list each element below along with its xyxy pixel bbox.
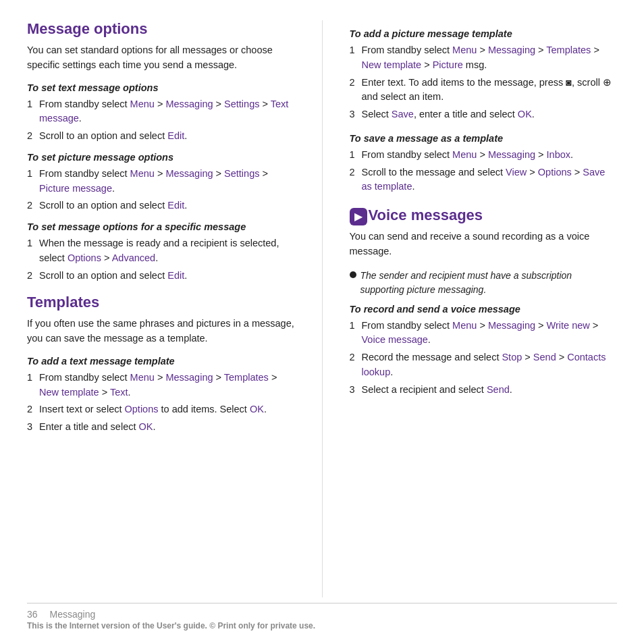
templates-intro: If you often use the same phrases and pi… (27, 317, 295, 346)
add-picture-heading: To add a picture message template (350, 28, 618, 39)
voice-messages-header: ▶ Voice messages (350, 207, 618, 225)
list-item: 1 From standby select Menu > Messaging >… (350, 319, 618, 348)
contacts-lookup-link[interactable]: Contacts lookup (362, 352, 606, 377)
text-options-heading: To set text message options (27, 82, 295, 93)
voice-message-link[interactable]: Voice message (362, 334, 428, 345)
page: Message options You can set standard opt… (0, 0, 644, 644)
list-item: 2 Enter text. To add items to the messag… (350, 76, 618, 105)
options-link[interactable]: Options (125, 404, 159, 414)
message-options-title: Message options (27, 20, 295, 38)
text-link[interactable]: Text (110, 387, 128, 398)
write-new-link[interactable]: Write new (547, 320, 590, 331)
templates-title: Templates (27, 294, 295, 311)
content-columns: Message options You can set standard opt… (27, 20, 617, 597)
new-template-link[interactable]: New template (362, 59, 422, 70)
inbox-link[interactable]: Inbox (547, 149, 570, 160)
list-item: 3 Enter a title and select OK. (27, 420, 295, 435)
right-column: To add a picture message template 1 From… (350, 20, 618, 597)
list-item: 2 Scroll to an option and select Edit. (27, 129, 295, 144)
settings-link[interactable]: Settings (224, 99, 259, 109)
specific-options-heading: To set message options for a specific me… (27, 221, 295, 232)
list-item: 1 From standby select Menu > Messaging >… (350, 148, 618, 163)
voice-icon: ▶ (350, 208, 369, 225)
menu-link[interactable]: Menu (130, 372, 155, 383)
notice-text: The sender and recipient must have a sub… (360, 269, 618, 297)
menu-link[interactable]: Menu (452, 320, 477, 331)
stop-link[interactable]: Stop (502, 352, 522, 363)
messaging-link[interactable]: Messaging (488, 149, 535, 160)
text-options-steps: 1 From standby select Menu > Messaging >… (27, 97, 295, 144)
save-link[interactable]: Save (392, 109, 414, 119)
add-picture-steps: 1 From standby select Menu > Messaging >… (350, 43, 618, 122)
edit-link[interactable]: Edit (167, 270, 184, 281)
messaging-link[interactable]: Messaging (165, 99, 213, 109)
list-item: 1 From standby select Menu > Messaging >… (27, 97, 295, 127)
edit-link[interactable]: Edit (167, 130, 184, 141)
options-link[interactable]: Options (68, 252, 101, 263)
menu-link[interactable]: Menu (130, 168, 155, 179)
options-link[interactable]: Options (538, 167, 572, 178)
messaging-link[interactable]: Messaging (488, 45, 535, 55)
voice-messages-title: Voice messages (369, 207, 483, 224)
footer: 36 Messaging This is the Internet versio… (27, 603, 617, 630)
send-link[interactable]: Send (533, 352, 556, 363)
notice-block: The sender and recipient must have a sub… (350, 269, 618, 297)
page-number: 36 (27, 609, 38, 620)
record-heading: To record and send a voice message (350, 304, 618, 315)
footer-section: Messaging (50, 609, 96, 620)
list-item: 3 Select a recipient and select Send. (350, 383, 618, 398)
list-item: 1 From standby select Menu > Messaging >… (27, 167, 295, 196)
messaging-link[interactable]: Messaging (165, 372, 213, 383)
picture-link[interactable]: Picture (433, 59, 463, 70)
list-item: 1 When the message is ready and a recipi… (27, 236, 295, 266)
voice-messages-intro: You can send and receive a sound recordi… (350, 230, 618, 259)
edit-link[interactable]: Edit (167, 200, 184, 211)
list-item: 2 Scroll to an option and select Edit. (27, 269, 295, 284)
list-item: 2 Scroll to the message and select View … (350, 165, 618, 195)
left-column: Message options You can set standard opt… (27, 20, 295, 597)
view-link[interactable]: View (506, 167, 527, 178)
list-item: 3 Select Save, enter a title and select … (350, 107, 618, 122)
record-steps: 1 From standby select Menu > Messaging >… (350, 319, 618, 398)
list-item: 2 Insert text or select Options to add i… (27, 402, 295, 417)
settings-link[interactable]: Settings (224, 168, 259, 179)
ok-link[interactable]: OK (518, 109, 532, 119)
templates-link[interactable]: Templates (224, 372, 269, 383)
save-template-heading: To save a message as a template (350, 133, 618, 144)
specific-options-steps: 1 When the message is ready and a recipi… (27, 236, 295, 283)
new-template-link[interactable]: New template (39, 387, 99, 398)
list-item: 1 From standby select Menu > Messaging >… (350, 43, 618, 73)
footer-note: This is the Internet version of the User… (27, 621, 617, 630)
column-divider (322, 20, 323, 597)
menu-link[interactable]: Menu (452, 45, 477, 55)
ok-link[interactable]: OK (139, 421, 153, 432)
picture-message-link[interactable]: Picture message (39, 183, 112, 194)
message-options-intro: You can set standard options for all mes… (27, 43, 295, 73)
menu-link[interactable]: Menu (452, 149, 477, 160)
picture-options-steps: 1 From standby select Menu > Messaging >… (27, 167, 295, 213)
messaging-link[interactable]: Messaging (488, 320, 535, 331)
notice-icon (350, 271, 356, 278)
picture-options-heading: To set picture message options (27, 152, 295, 163)
templates-link[interactable]: Templates (546, 45, 591, 55)
send-link[interactable]: Send (487, 384, 510, 395)
messaging-link[interactable]: Messaging (165, 168, 213, 179)
add-text-heading: To add a text message template (27, 356, 295, 367)
list-item: 2 Record the message and select Stop > S… (350, 350, 618, 380)
advanced-link[interactable]: Advanced (112, 252, 156, 263)
list-item: 1 From standby select Menu > Messaging >… (27, 371, 295, 400)
list-item: 2 Scroll to an option and select Edit. (27, 198, 295, 213)
save-template-steps: 1 From standby select Menu > Messaging >… (350, 148, 618, 194)
ok-link[interactable]: OK (250, 404, 264, 414)
menu-link[interactable]: Menu (130, 99, 155, 109)
add-text-steps: 1 From standby select Menu > Messaging >… (27, 371, 295, 435)
